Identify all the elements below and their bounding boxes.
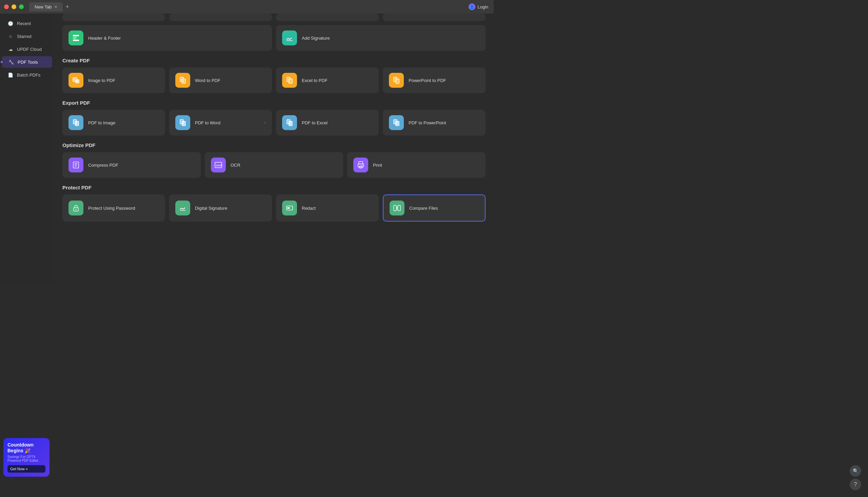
app-layout: 🕐 Recent ☆ Starred ☁ UPDF Cloud 🔧 PDF To… (0, 14, 494, 283)
login-button[interactable]: 👤 Login (469, 3, 488, 10)
sidebar-item-pdf-tools[interactable]: 🔧 PDF Tools (2, 56, 52, 68)
svg-rect-23 (289, 121, 292, 126)
word-to-pdf-label: Word to PDF (195, 78, 220, 83)
svg-rect-3 (73, 40, 79, 41)
pdf-to-ppt-label: PDF to PowerPoint (409, 120, 446, 125)
image-to-pdf-label: Image to PDF (88, 78, 115, 83)
ocr-icon: OCR (211, 158, 226, 172)
tab-title: New Tab (35, 4, 52, 10)
protect-pdf-title: Protect PDF (63, 185, 485, 190)
pdf-to-ppt-card[interactable]: PDF to PowerPoint (383, 110, 485, 136)
main-content[interactable]: Header & Footer Add Signature Create PDF (54, 14, 494, 283)
word-to-pdf-card[interactable]: W P Word to PDF (169, 68, 272, 93)
excel-to-pdf-icon (282, 73, 297, 88)
svg-point-35 (362, 165, 363, 166)
protect-password-icon (69, 201, 83, 215)
protect-password-card[interactable]: Protect Using Password (63, 195, 165, 222)
edit-pdf-grid: Header & Footer Add Signature (63, 25, 485, 51)
compare-files-card[interactable]: Compare Files (383, 195, 485, 222)
sidebar-label-starred: Starred (17, 34, 31, 39)
export-pdf-grid: PDF to Image PDF to Word › (63, 110, 485, 136)
pdf-to-image-card[interactable]: PDF to Image (63, 110, 165, 136)
image-to-pdf-card[interactable]: Image to PDF (63, 68, 165, 93)
optimize-pdf-grid: Compress PDF OCR OCR (63, 152, 485, 178)
ppt-to-pdf-label: PowerPoint to PDF (409, 78, 446, 83)
protect-password-label: Protect Using Password (88, 205, 135, 211)
redact-card[interactable]: Redact (276, 195, 379, 222)
batch-icon: 📄 (8, 72, 14, 78)
sidebar-label-cloud: UPDF Cloud (17, 47, 42, 52)
redact-label: Redact (302, 205, 316, 211)
compress-pdf-card[interactable]: Compress PDF (63, 152, 201, 178)
svg-rect-1 (73, 37, 77, 38)
svg-rect-0 (73, 35, 79, 36)
pdf-to-excel-icon (282, 115, 297, 130)
compare-files-icon (389, 201, 404, 215)
svg-text:OCR: OCR (216, 164, 222, 167)
tab-close-icon[interactable]: ✕ (54, 5, 57, 9)
ppt-to-pdf-card[interactable]: PowerPoint to PDF (383, 68, 485, 93)
header-footer-label: Header & Footer (88, 36, 121, 41)
protect-pdf-grid: Protect Using Password Digital Signature (63, 195, 485, 222)
digital-signature-label: Digital Signature (195, 205, 227, 211)
digital-signature-icon (175, 201, 190, 215)
print-card[interactable]: Print (347, 152, 485, 178)
svg-rect-40 (287, 207, 290, 209)
pdf-to-word-label: PDF to Word (195, 120, 220, 125)
excel-to-pdf-label: Excel to PDF (302, 78, 328, 83)
cloud-icon: ☁ (8, 46, 14, 52)
sidebar-label-recent: Recent (17, 21, 31, 26)
sidebar-item-updf-cloud[interactable]: ☁ UPDF Cloud (2, 43, 52, 55)
svg-rect-41 (394, 205, 396, 211)
partial-card-4 (383, 14, 485, 21)
pdf-to-image-label: PDF to Image (88, 120, 115, 125)
maximize-button[interactable] (19, 4, 24, 9)
svg-rect-42 (398, 205, 400, 211)
partial-top-row (63, 14, 485, 21)
pdf-to-image-icon (69, 115, 83, 130)
header-footer-icon (69, 30, 83, 45)
excel-to-pdf-card[interactable]: Excel to PDF (276, 68, 379, 93)
create-pdf-title: Create PDF (63, 58, 485, 63)
minimize-button[interactable] (12, 4, 16, 9)
header-footer-card[interactable]: Header & Footer (63, 25, 272, 51)
word-to-pdf-icon: W P (175, 73, 190, 88)
sidebar-label-pdf-tools: PDF Tools (18, 60, 38, 65)
sidebar-item-recent[interactable]: 🕐 Recent (2, 18, 52, 29)
partial-card-2 (169, 14, 272, 21)
tab-area: New Tab ✕ + (29, 2, 70, 12)
add-signature-card[interactable]: Add Signature (276, 25, 485, 51)
partial-card-3 (276, 14, 379, 21)
svg-rect-15 (289, 79, 292, 83)
pdf-to-word-icon (175, 115, 190, 130)
redact-icon (282, 201, 297, 215)
active-dot (1, 61, 3, 63)
pdf-to-excel-label: PDF to Excel (302, 120, 328, 125)
sidebar-label-batch: Batch PDFs (17, 72, 40, 77)
svg-text:P: P (183, 80, 184, 83)
ppt-to-pdf-icon (389, 73, 404, 88)
compress-pdf-icon (69, 158, 83, 172)
svg-rect-21 (182, 121, 185, 126)
svg-point-37 (75, 209, 77, 210)
svg-rect-32 (359, 161, 363, 164)
compare-files-label: Compare Files (409, 205, 438, 211)
compress-pdf-label: Compress PDF (88, 162, 118, 168)
new-tab-button[interactable]: + (64, 3, 70, 11)
ocr-card[interactable]: OCR OCR (205, 152, 343, 178)
sidebar-item-starred[interactable]: ☆ Starred (2, 30, 52, 42)
sidebar-item-batch-pdfs[interactable]: 📄 Batch PDFs (2, 69, 52, 81)
svg-rect-2 (73, 38, 76, 39)
add-signature-label: Add Signature (302, 36, 330, 41)
pdf-to-ppt-icon (389, 115, 404, 130)
close-button[interactable] (4, 4, 9, 9)
new-tab[interactable]: New Tab ✕ (29, 2, 63, 12)
image-to-pdf-icon (69, 73, 83, 88)
pdf-to-excel-card[interactable]: PDF to Excel (276, 110, 379, 136)
login-label: Login (478, 4, 488, 10)
digital-signature-card[interactable]: Digital Signature (169, 195, 272, 222)
add-signature-icon (282, 30, 297, 45)
print-label: Print (373, 162, 382, 168)
pdf-to-word-card[interactable]: PDF to Word › (169, 110, 272, 136)
optimize-pdf-title: Optimize PDF (63, 142, 485, 148)
